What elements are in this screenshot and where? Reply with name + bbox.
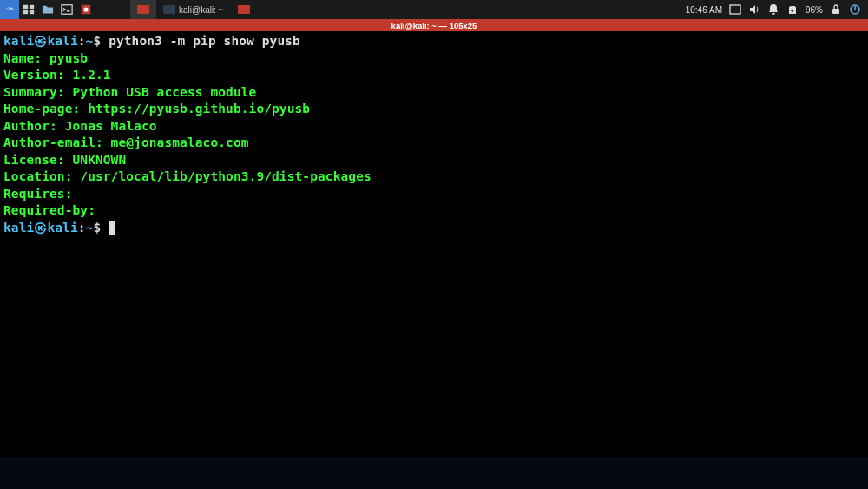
volume-icon[interactable] <box>748 3 760 16</box>
taskbar-right: 10:46 AM 96% <box>686 0 868 19</box>
task-item-3[interactable] <box>231 0 257 19</box>
terminal-icon[interactable] <box>57 0 76 19</box>
task-item-1[interactable] <box>130 0 156 19</box>
lock-icon[interactable] <box>830 3 842 16</box>
task-thumb-icon <box>163 5 175 14</box>
terminal-window: kali@kali: ~ – ▢ ✕ kali@kali: ~ — 105x25… <box>0 7 868 457</box>
task-thumb-icon <box>238 5 250 14</box>
svg-rect-4 <box>62 5 72 15</box>
svg-rect-2 <box>23 10 28 14</box>
app-icon[interactable] <box>76 0 95 19</box>
terminal-tab-label: kali@kali: ~ — 105x25 <box>391 21 477 30</box>
svg-point-6 <box>83 7 88 11</box>
task-label: kali@kali: ~ <box>179 5 224 15</box>
svg-rect-3 <box>30 10 34 14</box>
notification-icon[interactable] <box>767 3 779 16</box>
workspace-icon[interactable] <box>729 3 741 16</box>
clock[interactable]: 10:46 AM <box>686 5 722 15</box>
power-icon[interactable] <box>849 3 861 16</box>
svg-rect-7 <box>730 5 740 14</box>
svg-rect-8 <box>832 9 839 14</box>
kali-menu-icon[interactable] <box>0 0 19 19</box>
files-icon[interactable] <box>38 0 57 19</box>
terminal-tab-bar[interactable]: kali@kali: ~ — 105x25 <box>0 19 868 31</box>
svg-rect-1 <box>30 5 34 9</box>
svg-rect-0 <box>23 5 28 9</box>
taskbar: kali@kali: ~ 10:46 AM 96% <box>0 0 868 19</box>
window-list-icon[interactable] <box>19 0 38 19</box>
task-item-2[interactable]: kali@kali: ~ <box>156 0 231 19</box>
task-thumb-icon <box>137 5 149 14</box>
taskbar-left: kali@kali: ~ <box>0 0 257 19</box>
terminal-body[interactable]: kali㉿kali:~$ python3 -m pip show pyusbNa… <box>0 31 868 457</box>
battery-icon[interactable] <box>786 3 799 16</box>
battery-percent: 96% <box>806 5 823 15</box>
